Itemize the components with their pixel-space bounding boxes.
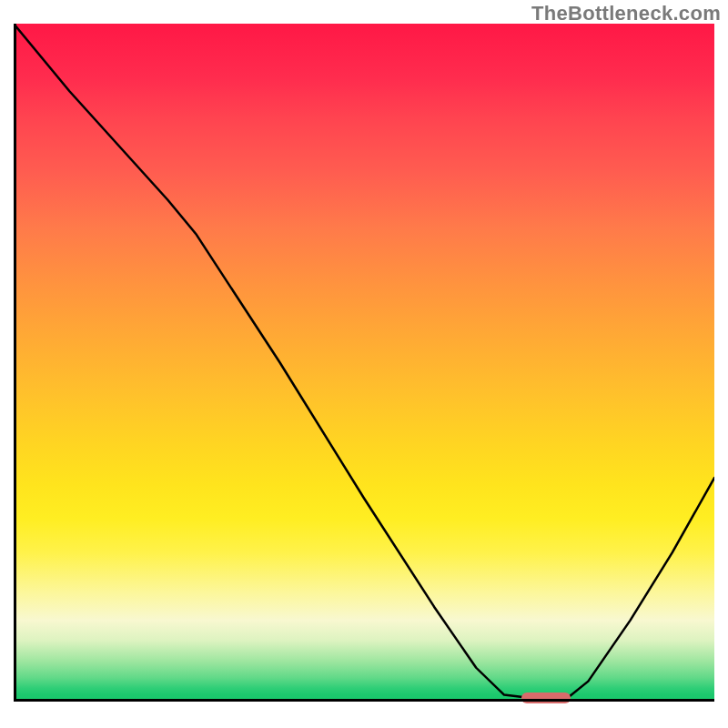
- bottleneck-curve: [14, 24, 714, 702]
- optimal-marker: [521, 693, 571, 703]
- chart-container: TheBottleneck.com: [0, 0, 728, 728]
- watermark-text: TheBottleneck.com: [531, 2, 721, 25]
- plot-area: [14, 24, 714, 702]
